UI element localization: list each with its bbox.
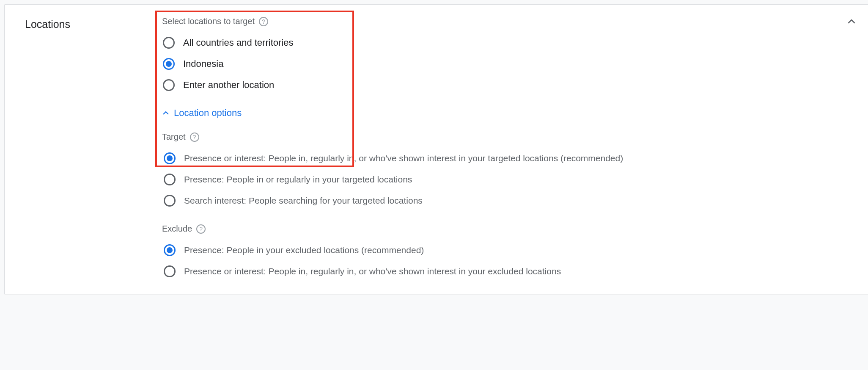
locations-card: Locations Select locations to target ? A…: [4, 4, 868, 294]
radio-label: Presence or interest: People in, regular…: [184, 266, 561, 276]
radio-all-countries[interactable]: All countries and territories: [163, 32, 857, 53]
select-locations-label-row: Select locations to target ?: [162, 17, 857, 26]
target-label: Target: [162, 132, 186, 142]
radio-exclude-presence[interactable]: Presence: People in your excluded locati…: [164, 240, 857, 261]
radio-label: Search interest: People searching for yo…: [184, 196, 423, 206]
radio-icon: [164, 244, 176, 256]
radio-label: Presence: People in your excluded locati…: [184, 245, 424, 255]
radio-indonesia[interactable]: Indonesia: [163, 53, 857, 75]
exclude-radio-group: Presence: People in your excluded locati…: [164, 240, 857, 282]
radio-label: All countries and territories: [183, 37, 293, 48]
location-radio-group: All countries and territories Indonesia …: [163, 32, 857, 96]
select-locations-label: Select locations to target: [162, 17, 255, 26]
radio-label: Presence or interest: People in, regular…: [184, 153, 623, 163]
radio-target-search-interest[interactable]: Search interest: People searching for yo…: [164, 190, 857, 211]
radio-icon: [164, 265, 176, 277]
help-icon[interactable]: ?: [190, 133, 199, 142]
location-options-label: Location options: [174, 108, 242, 119]
radio-icon: [163, 37, 175, 49]
exclude-label: Exclude: [162, 224, 192, 234]
radio-icon: [164, 152, 176, 164]
radio-icon: [164, 174, 176, 185]
radio-icon: [163, 58, 175, 70]
radio-icon: [164, 195, 176, 207]
exclude-label-row: Exclude ?: [162, 224, 857, 234]
help-icon[interactable]: ?: [196, 224, 206, 234]
section-title: Locations: [25, 17, 156, 30]
radio-label: Indonesia: [183, 58, 223, 69]
radio-label: Enter another location: [183, 80, 274, 91]
radio-target-presence-interest[interactable]: Presence or interest: People in, regular…: [164, 148, 857, 169]
radio-target-presence[interactable]: Presence: People in or regularly in your…: [164, 169, 857, 190]
help-icon[interactable]: ?: [259, 17, 268, 26]
chevron-up-icon: [162, 109, 170, 117]
location-options-toggle[interactable]: Location options: [162, 108, 857, 119]
target-label-row: Target ?: [162, 132, 857, 142]
radio-label: Presence: People in or regularly in your…: [184, 174, 412, 185]
radio-exclude-presence-interest[interactable]: Presence or interest: People in, regular…: [164, 261, 857, 282]
radio-enter-another[interactable]: Enter another location: [163, 75, 857, 96]
target-radio-group: Presence or interest: People in, regular…: [164, 148, 857, 211]
radio-icon: [163, 79, 175, 91]
